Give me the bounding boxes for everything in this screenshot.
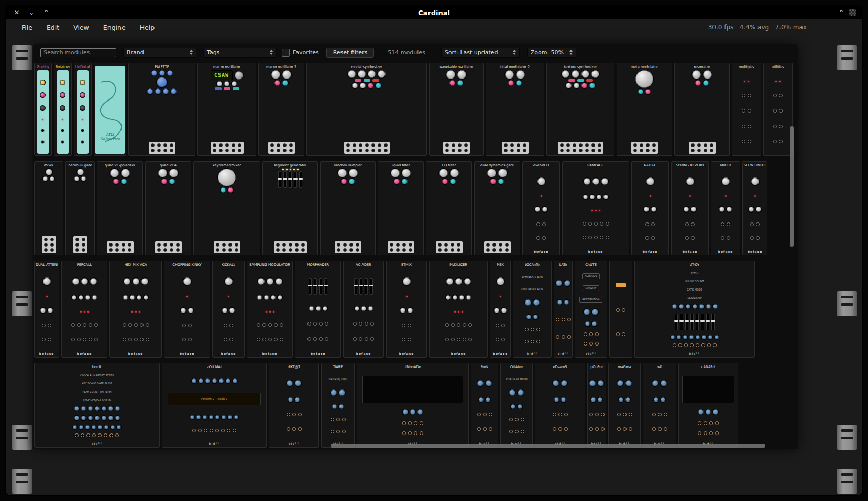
module-card[interactable]: MUXLICERbefaco bbox=[429, 261, 488, 358]
module-card[interactable]: VC ADSRbefaco bbox=[343, 261, 384, 358]
module-card[interactable]: Aria Salvatrice bbox=[94, 63, 126, 156]
jack-icon bbox=[221, 429, 225, 432]
module-card[interactable]: modal synthesizer bbox=[306, 63, 427, 156]
jack-icon bbox=[606, 236, 609, 239]
module-card[interactable] bbox=[609, 261, 632, 358]
jack-icon bbox=[438, 248, 442, 252]
module-panel bbox=[264, 169, 316, 253]
module-card[interactable]: Grabby bbox=[34, 63, 52, 156]
module-card[interactable]: pOuPrebId°° bbox=[587, 363, 606, 448]
module-card[interactable]: RAMPAGEbefaco bbox=[562, 161, 629, 255]
module-card[interactable]: liquid filter bbox=[378, 161, 424, 255]
module-card[interactable]: meta modulator bbox=[617, 63, 672, 156]
menu-help[interactable]: Help bbox=[140, 24, 155, 31]
menu-engine[interactable]: Engine bbox=[103, 24, 126, 31]
module-card[interactable]: SLEW LIMITERbefaco bbox=[742, 161, 767, 255]
module-card[interactable]: SAMPLING MODULATORbefaco bbox=[247, 261, 293, 358]
module-artwork: Aria Salvatrice bbox=[95, 66, 125, 154]
module-card[interactable]: wavetable oscillator bbox=[429, 63, 484, 156]
module-card[interactable]: random sampler bbox=[320, 161, 376, 255]
module-card[interactable]: resonator bbox=[674, 63, 730, 156]
jack-icon bbox=[452, 149, 455, 152]
jack-icon bbox=[414, 431, 417, 435]
module-card[interactable]: UnDuLaR bbox=[74, 63, 92, 156]
chevron-down-icon[interactable]: ⌄ bbox=[29, 9, 34, 16]
module-card[interactable]: dual dynamics gate bbox=[474, 161, 520, 255]
module-card[interactable]: multiples bbox=[732, 63, 761, 156]
module-card[interactable]: STMIXbefaco bbox=[386, 261, 427, 358]
menu-file[interactable]: File bbox=[21, 24, 32, 31]
horizontal-scrollbar[interactable] bbox=[331, 444, 765, 448]
module-card[interactable]: MEXbefaco bbox=[490, 261, 511, 358]
module-card[interactable]: DUAL ATTENUVERTERbefaco bbox=[34, 261, 59, 358]
module-card[interactable]: texture synthesizer bbox=[546, 63, 614, 156]
brand-dropdown[interactable]: Brand bbox=[123, 48, 196, 58]
jack-icon bbox=[583, 236, 586, 239]
module-card[interactable]: PALETTE bbox=[128, 63, 195, 156]
module-card[interactable]: dIKT@TbId°° bbox=[269, 363, 319, 448]
brand-dropdown-value: Brand bbox=[127, 49, 144, 56]
jack-icon bbox=[756, 222, 760, 226]
vertical-scrollbar[interactable] bbox=[790, 126, 794, 247]
module-card[interactable]: evenVCObefaco bbox=[522, 161, 560, 255]
module-card[interactable]: CHOPPING KINKYbefaco bbox=[164, 261, 210, 358]
module-card[interactable]: KICKALLbefaco bbox=[212, 261, 245, 358]
module-card[interactable]: MIXERbefaco bbox=[711, 161, 740, 255]
module-card[interactable]: keyframer/mixer bbox=[193, 161, 260, 255]
jack-icon bbox=[591, 143, 595, 147]
module-card[interactable]: EQ filter bbox=[426, 161, 472, 255]
sort-dropdown[interactable]: Sort: Last updated bbox=[441, 48, 520, 58]
module-card[interactable]: lIMonADebId°° bbox=[357, 363, 469, 448]
module-card[interactable]: A+B+Cbefaco bbox=[631, 161, 669, 255]
module-card[interactable]: PERCALLbefaco bbox=[61, 261, 107, 358]
module-card[interactable]: utilities bbox=[763, 63, 793, 156]
jack-icon bbox=[445, 338, 449, 341]
module-card[interactable]: MORPHADERbefaco bbox=[295, 261, 341, 358]
module-card[interactable]: OUAIveTYPE PLAY MODEbId°° bbox=[500, 363, 533, 448]
jack-icon bbox=[83, 338, 86, 341]
module-card[interactable]: maGmabId°° bbox=[608, 363, 641, 448]
module-card[interactable]: bordLCLOCK RUN RESET STEPSKEY SCALE GATE… bbox=[34, 363, 160, 448]
module-card[interactable]: quad VC-polarizer bbox=[97, 161, 143, 255]
menu-view[interactable]: View bbox=[73, 24, 89, 31]
module-card[interactable]: cANARdbId°° bbox=[678, 363, 738, 448]
module-card[interactable]: HEX MIX VCAbefaco bbox=[109, 261, 162, 358]
jack-icon bbox=[292, 413, 296, 416]
module-title: EQ filter bbox=[442, 163, 456, 168]
module-card[interactable]: SPRING REVERBbefaco bbox=[671, 161, 709, 255]
module-card[interactable]: mixer bbox=[34, 161, 63, 255]
module-card[interactable]: quad VCA bbox=[145, 161, 191, 255]
module-card[interactable]: eDsaroSbId°° bbox=[535, 363, 585, 448]
module-card[interactable]: TiAREFM FREQ FINEbId°° bbox=[321, 363, 355, 448]
collapse-icon[interactable]: ⌃ bbox=[839, 9, 844, 16]
module-card[interactable]: macro oscillator 2 bbox=[258, 63, 304, 156]
menu-edit[interactable]: Edit bbox=[47, 24, 59, 31]
knob-icon bbox=[708, 335, 712, 339]
led-icon bbox=[406, 296, 408, 297]
tags-dropdown[interactable]: Tags bbox=[203, 48, 277, 58]
module-card[interactable]: macro oscillatorCSAW bbox=[197, 63, 256, 156]
close-icon[interactable]: ✕ bbox=[14, 9, 19, 16]
module-card[interactable]: zOÙ MAÏPattern 0 - Track 0bId°° bbox=[162, 363, 267, 448]
jack-icon bbox=[691, 143, 695, 147]
module-card[interactable]: ForKbId°° bbox=[471, 363, 498, 448]
module-row: bordLCLOCK RUN RESET STEPSKEY SCALE GATE… bbox=[34, 363, 798, 448]
module-card[interactable]: oAïbId°° bbox=[643, 363, 676, 448]
led-icon bbox=[42, 119, 43, 120]
jack-panel bbox=[149, 142, 175, 154]
module-card[interactable]: ChUTEALTITUDEGRAVITYRESTITUTIONbId°° bbox=[575, 261, 607, 358]
jack-icon bbox=[523, 143, 526, 147]
module-title: wavetable oscillator bbox=[439, 65, 473, 69]
chevron-up-icon[interactable]: ⌃ bbox=[43, 9, 49, 16]
module-card[interactable]: Rotatoes bbox=[54, 63, 72, 156]
reset-filters-button[interactable]: Reset filters bbox=[326, 48, 375, 58]
module-card[interactable]: dTrOYPITCHPULSE COUNTGATE MODESLIDE/SKIP… bbox=[634, 261, 755, 358]
module-card[interactable]: LATebId°° bbox=[554, 261, 573, 358]
module-card[interactable]: tOCAnTeBPM BEATS BARFINE RESET RUNbId°° bbox=[513, 261, 552, 358]
module-card[interactable]: tidal modulator 2 bbox=[486, 63, 544, 156]
zoom-dropdown[interactable]: Zoom: 50% bbox=[527, 48, 576, 58]
module-card[interactable]: segment generator bbox=[262, 161, 318, 255]
search-input[interactable] bbox=[40, 48, 116, 57]
module-card[interactable]: bernoulli gate bbox=[65, 161, 95, 255]
favorites-checkbox[interactable] bbox=[282, 49, 290, 57]
